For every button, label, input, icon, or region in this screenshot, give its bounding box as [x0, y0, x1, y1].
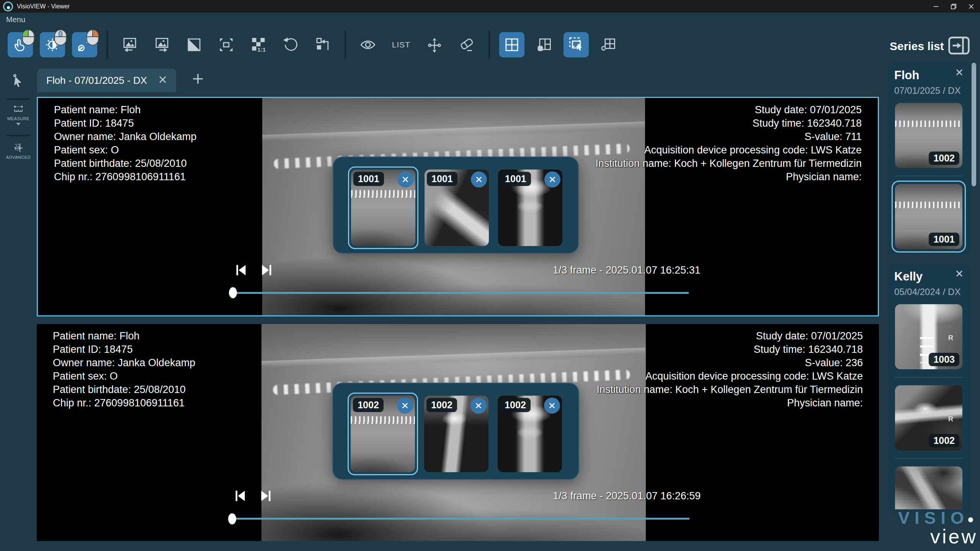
series-thumbnail[interactable]	[895, 466, 962, 509]
left-tool-rail: MEASURE ADVANCED	[0, 63, 37, 551]
thumbnail-close-button[interactable]	[397, 171, 413, 187]
study-tab[interactable]: Floh - 07/01/2025 - DX	[37, 68, 176, 92]
thumbnail-badge: 1002	[929, 152, 959, 165]
thumbnail-divider	[895, 458, 962, 459]
frame-label: 1/3 frame - 2025.01.07 16:25:31	[553, 264, 701, 276]
laterality-marker: R	[948, 334, 953, 342]
frame-scroll-button[interactable]	[422, 32, 447, 57]
study-info-overlay: Study date: 07/01/2025 Study time: 16234…	[596, 329, 863, 410]
pan-tool-button[interactable]	[8, 32, 33, 57]
frame-slider[interactable]	[231, 292, 689, 294]
thumbnail-badge: 1002	[929, 434, 959, 447]
series-thumbnail-selected[interactable]: 1001	[895, 184, 962, 249]
toolbar-separator	[345, 31, 346, 59]
patient-info-overlay: Patient name: Floh Patient ID: 18475 Own…	[54, 103, 196, 184]
reset-layout-button[interactable]	[596, 32, 621, 57]
previous-image-button[interactable]	[117, 32, 142, 57]
series-group-floh: Floh 07/01/2025 / DX 1002 1001	[887, 62, 970, 255]
custom-layout-button[interactable]	[531, 32, 557, 57]
toolbar: 1:1 LIST	[0, 26, 884, 63]
visioview-logo: VISIO view	[898, 508, 978, 548]
thumbnail-badge: 1002	[500, 398, 531, 412]
series-thumbnail[interactable]: R 1002	[895, 385, 962, 450]
series-group-close-button[interactable]	[956, 270, 963, 279]
series-group-kelly: Kelly 05/04/2024 / DX R 1003 R 1002	[887, 264, 970, 513]
menu-button[interactable]: Menu	[6, 15, 25, 24]
popup-thumbnail[interactable]: 1002	[424, 396, 488, 472]
grid-layout-button[interactable]	[499, 32, 524, 57]
one-to-one-label: 1:1	[257, 46, 266, 53]
measure-label: MEASURE	[7, 116, 29, 121]
toolbar-separator	[488, 31, 490, 59]
transfer-layout-button[interactable]	[310, 32, 335, 57]
logo-view-text: view	[930, 525, 978, 548]
measure-tools-button[interactable]: MEASURE	[7, 105, 29, 126]
frame-slider-handle[interactable]	[228, 513, 236, 524]
select-layout-button[interactable]	[564, 32, 589, 57]
thumbnail-close-button[interactable]	[397, 398, 413, 414]
thumbnail-badge: 1002	[426, 398, 457, 412]
thumbnail-badge: 1001	[500, 172, 531, 186]
thumbnail-badge: 1001	[929, 233, 959, 246]
viewport-2[interactable]: Patient name: Floh Patient ID: 18475 Own…	[37, 324, 879, 541]
list-button-label: LIST	[392, 40, 410, 49]
collapse-panel-button[interactable]	[948, 36, 970, 56]
frame-label: 1/3 frame - 2025.01.07 16:26:59	[553, 490, 701, 502]
title-bar: VisioVIEW - Viewer	[0, 0, 980, 13]
restore-button[interactable]	[945, 0, 962, 13]
series-group-close-button[interactable]	[956, 68, 963, 78]
series-scrollbar-thumb[interactable]	[972, 63, 976, 186]
series-group-name: Floh	[894, 68, 919, 82]
invert-button[interactable]	[181, 32, 207, 57]
one-to-one-button[interactable]: 1:1	[246, 32, 271, 57]
new-tab-button[interactable]	[191, 72, 204, 87]
thumbnail-divider	[895, 176, 962, 176]
window-title: VisioVIEW - Viewer	[17, 3, 70, 10]
logo-eye-icon	[968, 517, 973, 522]
minimize-button[interactable]	[927, 0, 945, 13]
frame-navigation	[233, 263, 275, 277]
pointer-tool-button[interactable]	[10, 73, 26, 89]
popup-thumbnail[interactable]: 1002	[498, 396, 562, 472]
list-button[interactable]: LIST	[387, 32, 415, 57]
next-frame-button[interactable]	[260, 263, 275, 277]
next-frame-button[interactable]	[259, 489, 274, 503]
frame-slider[interactable]	[230, 518, 689, 520]
patient-info-overlay: Patient name: Floh Patient ID: 18475 Own…	[53, 329, 195, 410]
advanced-tools-button[interactable]: ADVANCED	[6, 142, 31, 160]
popup-thumbnail[interactable]: 1001	[498, 170, 562, 246]
frame-slider-handle[interactable]	[229, 287, 237, 298]
series-group-date: 05/04/2024 / DX	[894, 287, 963, 297]
next-image-button[interactable]	[149, 32, 175, 57]
rail-divider	[7, 98, 30, 100]
thumbnail-badge: 1002	[353, 398, 384, 412]
frame-navigation	[232, 489, 274, 503]
tab-close-icon[interactable]	[158, 75, 167, 86]
series-thumbnail[interactable]: R 1003	[895, 304, 962, 369]
popup-thumbnail[interactable]: 1002	[351, 396, 415, 472]
eraser-button[interactable]	[454, 32, 479, 57]
toolbar-separator	[106, 31, 108, 59]
thumbnail-image	[895, 466, 962, 509]
popup-thumbnail[interactable]: 1001	[425, 170, 489, 246]
previous-frame-button[interactable]	[232, 489, 247, 503]
series-thumbnail-popup: 1001 1001 1001	[333, 156, 579, 254]
thumbnail-badge: 1001	[353, 172, 384, 186]
fit-to-screen-button[interactable]	[214, 32, 239, 57]
close-button[interactable]	[962, 0, 980, 13]
viewport-1[interactable]: Patient name: Floh Patient ID: 18475 Own…	[37, 97, 879, 316]
thumbnail-close-button[interactable]	[471, 171, 487, 187]
series-thumbnail[interactable]: 1002	[895, 103, 962, 168]
popup-thumbnail[interactable]: 1001	[351, 170, 415, 246]
advanced-label: ADVANCED	[6, 155, 31, 160]
previous-frame-button[interactable]	[233, 263, 248, 277]
thumbnail-close-button[interactable]	[470, 398, 487, 414]
rotate-button[interactable]	[278, 32, 303, 57]
series-thumbnail-popup: 1002 1002 1002	[332, 383, 579, 480]
visibility-button[interactable]	[355, 32, 381, 57]
zoom-tool-button[interactable]	[72, 32, 97, 57]
thumbnail-badge: 1003	[929, 353, 959, 366]
window-level-button[interactable]	[40, 32, 65, 57]
thumbnail-close-button[interactable]	[544, 398, 560, 414]
thumbnail-close-button[interactable]	[544, 171, 560, 187]
